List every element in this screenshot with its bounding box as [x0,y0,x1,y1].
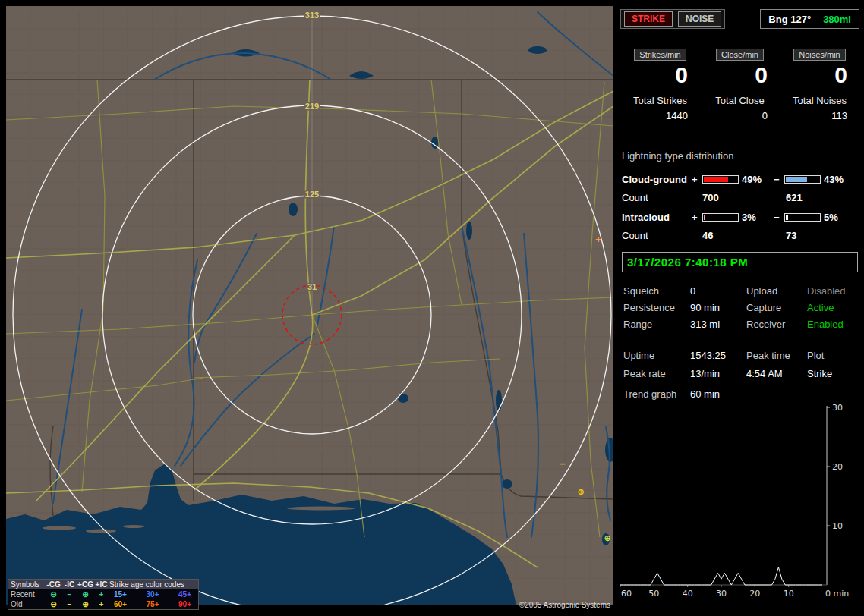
cloud-ground-count-row: Count 700 621 [620,192,859,203]
total-noises-value: 113 [780,110,859,121]
age-45: 45+ [178,590,191,599]
intracloud-plus-count: 46 [692,230,775,241]
receiver-label: Receiver [746,319,807,330]
minus-icon: − [61,600,77,608]
legend-old-ages: 60+ 75+ 90+ [109,600,196,608]
minus-sign: − [774,212,784,223]
squelch-label: Squelch [623,285,690,297]
capture-label: Capture [746,302,807,313]
total-noises-label: Total Noises [780,95,859,106]
age-30: 30+ [147,590,159,599]
intracloud-plus-bar [702,213,739,222]
age-60: 60+ [114,600,127,608]
legend-old-label: Old [11,600,46,608]
uptime-value: 1543:25 [690,350,746,361]
ring-label-31: 31 [307,282,317,291]
plus-icon: + [93,590,109,599]
strikes-counter: Strikes/min 0 Total Strikes 1440 [620,49,700,121]
svg-text:60: 60 [621,589,632,599]
circle-minus-icon: ⊖ [46,590,61,599]
legend-age-title: Strike age color codes [109,580,196,589]
stats-grid: Uptime 1543:25 Peak time Plot Peak rate … [623,350,858,379]
uptime-label: Uptime [623,350,690,361]
ring-label-219: 219 [305,102,319,111]
plus-sign: + [692,174,702,185]
bearing-range-box: Bng 127° 380mi [760,9,859,29]
close-per-min-chip: Close/min [716,49,764,61]
age-90: 90+ [178,600,191,608]
plus-icon: + [93,600,109,608]
plus-sign: + [692,212,702,223]
datetime-display: 3/17/2026 7:40:18 PM [622,252,858,272]
noises-per-min-value: 0 [780,62,859,89]
noises-per-min-chip: Noises/min [793,49,845,61]
svg-text:10: 10 [784,589,794,599]
mode-button-group: STRIKE NOISE [620,9,725,29]
intracloud-minus-bar [784,213,821,222]
legend-col-neg-ic: -IC [61,580,77,589]
noise-button[interactable]: NOISE [678,11,721,27]
svg-text:30: 30 [716,589,727,599]
distribution-title: Lightning type distribution [622,150,858,165]
range-setting-value: 313 mi [690,319,746,330]
svg-text:0 min: 0 min [825,589,849,599]
legend-col-pos-ic: +IC [93,580,109,589]
persistence-value: 90 min [690,302,746,313]
circle-plus-icon: ⊕ [77,590,93,599]
top-toolbar: STRIKE NOISE Bng 127° 380mi [620,9,859,29]
range-value: 380mi [823,14,851,25]
strike-symbol-plus-ic: + [594,234,601,244]
strike-button[interactable]: STRIKE [624,11,673,27]
intracloud-plus-pct: 3% [742,212,774,223]
legend-col-pos-cg: +CG [77,580,93,589]
plot-value: Strike [807,368,858,379]
svg-text:20: 20 [832,462,843,472]
upload-label: Upload [746,285,807,297]
total-close-label: Total Close [700,95,780,106]
trend-graph-label: Trend graph [623,388,690,400]
upload-status: Disabled [807,285,858,297]
ring-label-313: 313 [305,11,319,20]
peak-time-value: 4:54 AM [746,368,807,379]
total-close-value: 0 [700,110,780,121]
intracloud-count-row: Count 46 73 [620,230,859,241]
bearing-value: Bng 127° [768,14,811,25]
legend-old-row: Old ⊖ − ⊕ + 60+ 75+ 90+ [8,599,198,609]
svg-text:10: 10 [832,521,843,531]
cloud-ground-plus-bar [702,175,739,184]
status-side-panel: STRIKE NOISE Bng 127° 380mi Strikes/min … [620,0,859,616]
age-75: 75+ [147,600,159,608]
trend-window-value: 60 min [690,388,858,400]
receiver-status: Enabled [807,319,858,330]
legend-header-row: Symbols -CG -IC +CG +IC Strike age color… [8,580,198,589]
legend-recent-ages: 15+ 30+ 45+ [109,590,196,599]
peak-rate-value: 13/min [690,368,746,379]
minus-icon: − [61,590,77,599]
map-canvas[interactable]: 313 219 125 31 − ⊕ ⊕ + [6,6,613,605]
strike-symbol-plus-cg-2: ⊕ [604,533,610,543]
noises-counter: Noises/min 0 Total Noises 113 [780,49,859,121]
persistence-label: Persistence [623,302,690,313]
trend-graph-header: Trend graph 60 min [623,388,858,400]
legend-panel: Symbols -CG -IC +CG +IC Strike age color… [8,579,199,610]
cloud-ground-label: Cloud-ground [622,174,692,185]
trend-graph: 1020306050403020100 min [620,404,859,603]
peak-time-label: Peak time [746,350,807,361]
range-label: Range [623,319,690,330]
cloud-ground-minus-bar [784,175,821,184]
intracloud-row: Intracloud + 3% − 5% [620,212,859,223]
svg-text:20: 20 [749,589,760,599]
cloud-ground-plus-count: 700 [692,192,775,203]
peak-rate-label: Peak rate [623,368,690,379]
strike-symbol-plus-cg: ⊕ [577,487,584,497]
cloud-ground-minus-count: 621 [775,192,859,203]
close-per-min-value: 0 [700,62,780,89]
circle-plus-icon: ⊕ [77,600,93,608]
strikes-per-min-chip: Strikes/min [634,49,686,61]
counters-section: Strikes/min 0 Total Strikes 1440 Close/m… [620,49,859,121]
minus-sign: − [774,174,784,185]
settings-grid: Squelch 0 Upload Disabled Persistence 90… [623,285,858,330]
circle-minus-icon: ⊖ [46,600,61,608]
legend-symbols-title: Symbols [11,580,46,589]
legend-recent-label: Recent [11,590,46,599]
